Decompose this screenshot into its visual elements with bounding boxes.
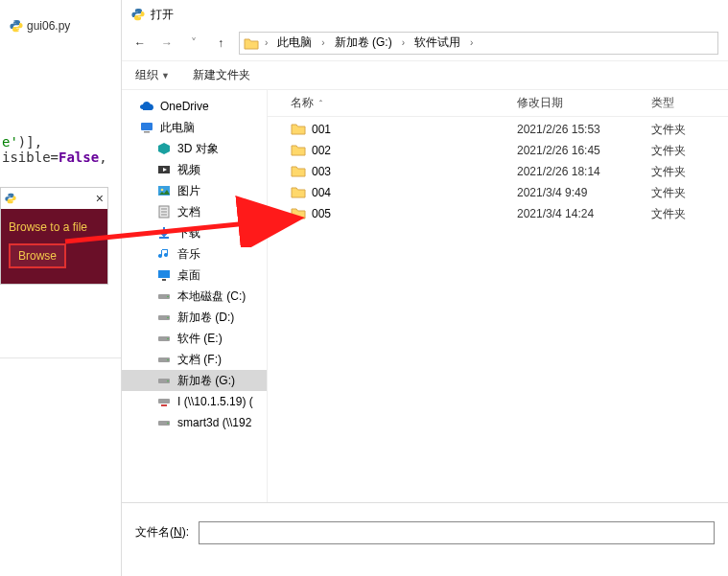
nav-recent-button[interactable]: ˅	[185, 36, 202, 50]
pictures-icon	[156, 183, 172, 198]
tree-item[interactable]: 文档 (F:)	[122, 349, 267, 370]
nav-back-button[interactable]: ←	[131, 36, 149, 50]
app-prompt-label: Browse to a file	[9, 220, 100, 234]
drive-icon	[156, 352, 172, 367]
new-folder-button[interactable]: 新建文件夹	[193, 67, 250, 83]
tree-item[interactable]: smart3d (\\192	[122, 412, 267, 433]
breadcrumb-item[interactable]: 软件试用	[409, 35, 466, 51]
tree-item-label: 此电脑	[160, 120, 195, 136]
tree-item[interactable]: 文档	[122, 201, 267, 222]
address-bar: ← → ˅ ↑ › 此电脑 › 新加卷 (G:) › 软件试用 ›	[122, 25, 728, 61]
organize-label: 组织	[135, 67, 158, 83]
chevron-right-icon[interactable]: ›	[319, 37, 326, 48]
tree-item[interactable]: OneDrive	[122, 96, 267, 117]
nav-forward-button[interactable]: →	[158, 36, 176, 50]
folder-icon	[291, 164, 306, 180]
nav-up-button[interactable]: ↑	[212, 36, 229, 50]
tree-item[interactable]: 软件 (E:)	[122, 328, 267, 349]
svg-rect-11	[159, 237, 169, 239]
navigation-tree[interactable]: OneDrive此电脑3D 对象视频图片文档下载音乐桌面本地磁盘 (C:)新加卷…	[122, 90, 268, 502]
organize-menu[interactable]: 组织 ▼	[135, 67, 170, 83]
editor-tab-label: gui06.py	[27, 19, 70, 33]
breadcrumb-item[interactable]: 此电脑	[271, 35, 317, 51]
column-header-name[interactable]: 名称 ˆ	[268, 95, 517, 111]
drive-icon	[156, 288, 172, 304]
table-row[interactable]: 0052021/3/4 14:24文件夹	[268, 203, 728, 224]
folder-icon	[244, 36, 261, 50]
tree-item[interactable]: 视频	[122, 159, 267, 180]
svg-rect-2	[141, 123, 153, 130]
browse-button[interactable]: Browse	[9, 243, 66, 268]
column-header-type[interactable]: 类型	[651, 95, 728, 111]
dialog-toolbar: 组织 ▼ 新建文件夹	[122, 61, 728, 90]
python-icon	[131, 8, 145, 21]
table-row[interactable]: 0022021/2/26 16:45文件夹	[268, 140, 728, 161]
svg-rect-25	[161, 404, 167, 406]
svg-rect-24	[158, 399, 170, 403]
column-header-date[interactable]: 修改日期	[517, 95, 651, 111]
svg-rect-12	[158, 270, 170, 278]
svg-point-27	[167, 423, 169, 425]
tree-item[interactable]: 音乐	[122, 243, 267, 265]
drive-icon	[156, 373, 172, 388]
app-body: Browse to a file Browse	[1, 209, 107, 284]
file-name: 002	[312, 144, 331, 157]
app-titlebar[interactable]: ×	[1, 188, 107, 209]
tree-item-label: 文档	[177, 204, 200, 220]
file-type: 文件夹	[651, 185, 728, 201]
dialog-titlebar[interactable]: 打开	[122, 0, 728, 25]
file-listing: 名称 ˆ 修改日期 类型 0012021/2/26 15:53文件夹002202…	[268, 90, 728, 502]
chevron-right-icon[interactable]: ›	[263, 37, 270, 48]
pc-icon	[139, 120, 154, 135]
tree-item-label: 文档 (F:)	[177, 352, 222, 368]
tree-item-label: 音乐	[177, 246, 200, 263]
onedrive-icon	[139, 99, 154, 114]
tree-item[interactable]: I (\\10.1.5.19) (	[122, 391, 267, 412]
file-name: 001	[312, 123, 331, 136]
breadcrumb-item[interactable]: 新加卷 (G:)	[329, 35, 398, 51]
code-editor[interactable]: e')], isible=False,	[0, 134, 121, 165]
table-row[interactable]: 0012021/2/26 15:53文件夹	[268, 119, 728, 140]
tree-item[interactable]: 3D 对象	[122, 138, 267, 159]
tree-item[interactable]: 本地磁盘 (C:)	[122, 286, 267, 307]
svg-rect-13	[162, 279, 166, 281]
chevron-right-icon[interactable]: ›	[468, 37, 475, 48]
tree-item[interactable]: 图片	[122, 180, 267, 201]
tree-item-label: 下载	[177, 225, 200, 242]
tree-item-label: 软件 (E:)	[177, 331, 223, 347]
tree-item[interactable]: 新加卷 (G:)	[122, 370, 267, 391]
file-type: 文件夹	[651, 143, 728, 159]
svg-point-15	[167, 296, 169, 298]
close-icon[interactable]: ×	[96, 191, 104, 206]
editor-area: gui06.py e')], isible=False, × Browse to…	[0, 0, 121, 576]
svg-point-17	[167, 317, 169, 319]
python-icon	[5, 193, 16, 204]
table-row[interactable]: 0032021/2/26 18:14文件夹	[268, 161, 728, 182]
tree-item-label: 新加卷 (D:)	[177, 310, 234, 326]
tree-item-label: 新加卷 (G:)	[177, 373, 235, 389]
svg-point-19	[167, 338, 169, 340]
tree-item-label: 本地磁盘 (C:)	[177, 288, 246, 305]
drive-icon	[156, 415, 172, 430]
filename-input[interactable]	[199, 521, 715, 544]
python-icon	[10, 19, 23, 33]
svg-rect-3	[144, 131, 150, 133]
tree-item[interactable]: 新加卷 (D:)	[122, 307, 267, 328]
tree-item[interactable]: 桌面	[122, 265, 267, 286]
dialog-footer: 文件名(N):	[122, 502, 728, 562]
tree-item[interactable]: 下载	[122, 222, 267, 243]
file-date: 2021/3/4 14:24	[517, 207, 651, 220]
file-open-dialog: 打开 ← → ˅ ↑ › 此电脑 › 新加卷 (G:) › 软件试用 › 组织 …	[121, 0, 728, 576]
filename-label: 文件名(N):	[135, 524, 189, 541]
tree-item-label: smart3d (\\192	[177, 416, 251, 429]
tree-item[interactable]: 此电脑	[122, 117, 267, 138]
table-row[interactable]: 0042021/3/4 9:49文件夹	[268, 182, 728, 203]
file-date: 2021/2/26 18:14	[517, 165, 651, 178]
drive-icon	[156, 331, 172, 346]
folder-icon	[291, 185, 306, 201]
video-icon	[156, 162, 172, 177]
tree-item-label: 图片	[177, 183, 200, 199]
chevron-right-icon[interactable]: ›	[400, 37, 407, 48]
breadcrumb[interactable]: › 此电脑 › 新加卷 (G:) › 软件试用 ›	[239, 32, 718, 55]
editor-tab[interactable]: gui06.py	[10, 19, 70, 33]
